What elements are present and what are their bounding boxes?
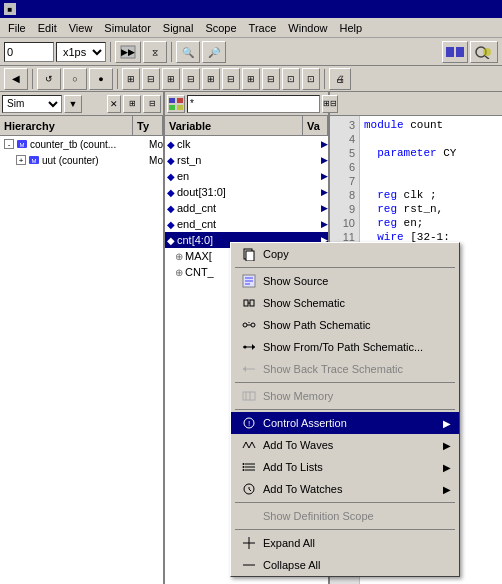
line-8: 8 (330, 188, 359, 202)
tree-item-uut[interactable]: + M uut (counter) Mo (0, 152, 163, 168)
memory-icon (239, 386, 259, 406)
hierarchy-header: Hierarchy (0, 116, 133, 135)
ctx-add-lists[interactable]: Add To Lists ▶ (231, 456, 459, 478)
menu-trace[interactable]: Trace (243, 20, 283, 36)
schematic-icon (239, 293, 259, 313)
zoom-out-btn[interactable]: 🔎 (202, 41, 226, 63)
extra-btn1[interactable] (442, 41, 468, 63)
svg-text:⧖: ⧖ (152, 48, 158, 58)
tree-area: - M counter_tb (count... Mo + M uut (cou… (0, 136, 163, 584)
tb2-btn10[interactable]: ⊞ (242, 68, 260, 90)
zoom-in-btn[interactable]: 🔍 (176, 41, 200, 63)
var-dout[interactable]: ◆ dout[31:0] ▶ (165, 184, 328, 200)
tb2-btn2[interactable]: ○ (63, 68, 87, 90)
mid-panel-search[interactable]: ⊞⊟ (322, 95, 338, 113)
line-6: 6 (330, 160, 359, 174)
var-end-label: end_cnt (177, 218, 216, 230)
tb2-btn8[interactable]: ⊞ (202, 68, 220, 90)
ctx-sep3 (235, 409, 455, 410)
svg-point-9 (483, 48, 491, 56)
var-rst-n[interactable]: ◆ rst_n ▶ (165, 152, 328, 168)
svg-marker-35 (243, 366, 246, 372)
toolbar-sep2 (171, 42, 172, 62)
menu-view[interactable]: View (63, 20, 99, 36)
collapse-icon (239, 555, 259, 575)
tb2-btn13[interactable]: ⊡ (302, 68, 320, 90)
assertion-submenu-arrow: ▶ (443, 418, 451, 429)
time-unit-select[interactable]: x1ps ns (56, 42, 106, 62)
context-menu: Copy Show Source Show Schematic Show Pat… (230, 242, 460, 577)
ctx-control-assertion[interactable]: ! Control Assertion ▶ (231, 412, 459, 434)
left-panel-close[interactable]: ✕ (107, 95, 121, 113)
menu-file[interactable]: File (2, 20, 32, 36)
assertion-icon: ! (239, 413, 259, 433)
tb2-btn6[interactable]: ⊞ (162, 68, 180, 90)
left-panel-btn2[interactable]: ⊞ (123, 95, 141, 113)
ctx-show-source[interactable]: Show Source (231, 270, 459, 292)
var-cnt-label: cnt[4:0] (177, 234, 213, 246)
toolbar2-sep2 (117, 69, 118, 89)
fromto-icon (239, 337, 259, 357)
step-btn[interactable]: ⧖ (143, 41, 167, 63)
ctx-show-path[interactable]: Show Path Schematic (231, 314, 459, 336)
menu-edit[interactable]: Edit (32, 20, 63, 36)
tb2-btn5[interactable]: ⊟ (142, 68, 160, 90)
tb2-btn7[interactable]: ⊟ (182, 68, 200, 90)
menu-window[interactable]: Window (282, 20, 333, 36)
tb2-btn11[interactable]: ⊟ (262, 68, 280, 90)
tb2-print[interactable]: 🖨 (329, 68, 351, 90)
tb2-btn9[interactable]: ⊟ (222, 68, 240, 90)
svg-rect-15 (177, 98, 183, 103)
run-btn[interactable]: ▶▶ (115, 41, 141, 63)
code-line-4 (364, 132, 498, 146)
svg-rect-16 (169, 105, 175, 110)
ctx-show-schematic[interactable]: Show Schematic (231, 292, 459, 314)
value-col-header: Va (303, 116, 328, 135)
ctx-collapse-all[interactable]: Collapse All (231, 554, 459, 576)
path-icon (239, 315, 259, 335)
tb2-btn4[interactable]: ⊞ (122, 68, 140, 90)
tb2-btn12[interactable]: ⊡ (282, 68, 300, 90)
ctx-show-definition: Show Definition Scope (231, 505, 459, 527)
main-area: Sim ▼ ✕ ⊞ ⊟ Hierarchy Ty - M counter_tb … (0, 92, 502, 584)
menu-signal[interactable]: Signal (157, 20, 200, 36)
tree-item-counter-tb[interactable]: - M counter_tb (count... Mo (0, 136, 163, 152)
toolbar2: ◀ ↺ ○ ● ⊞ ⊟ ⊞ ⊟ ⊞ ⊟ ⊞ ⊟ ⊡ ⊡ 🖨 (0, 66, 502, 92)
mid-panel-icon[interactable] (167, 95, 185, 113)
menu-simulator[interactable]: Simulator (98, 20, 156, 36)
nav-left-btn[interactable]: ◀ (4, 68, 28, 90)
ctx-add-watches[interactable]: Add To Watches ▶ (231, 478, 459, 500)
svg-rect-17 (177, 105, 183, 110)
ctx-add-waves[interactable]: Add To Waves ▶ (231, 434, 459, 456)
var-add-label: add_cnt (177, 202, 216, 214)
ctx-expand-all[interactable]: Expand All (231, 532, 459, 554)
tb2-btn1[interactable]: ↺ (37, 68, 61, 90)
menu-help[interactable]: Help (333, 20, 368, 36)
expand-icon-uut[interactable]: + (16, 155, 26, 165)
copy-label: Copy (263, 248, 289, 260)
svg-rect-25 (250, 300, 254, 306)
var-add-cnt[interactable]: ◆ add_cnt ▶ (165, 200, 328, 216)
var-en[interactable]: ◆ en ▶ (165, 168, 328, 184)
menu-scope[interactable]: Scope (199, 20, 242, 36)
svg-marker-32 (252, 344, 255, 350)
var-end-cnt[interactable]: ◆ end_cnt ▶ (165, 216, 328, 232)
tb2-btn3[interactable]: ● (89, 68, 113, 90)
time-input[interactable] (4, 42, 54, 62)
ctx-sep4 (235, 502, 455, 503)
svg-point-28 (251, 323, 255, 327)
var-max-label: MAX[ (185, 250, 212, 262)
var-search[interactable] (187, 95, 320, 113)
var-clk-label: clk (177, 138, 190, 150)
show-fromto-label: Show From/To Path Schematic... (263, 341, 423, 353)
show-memory-label: Show Memory (263, 390, 333, 402)
ctx-copy[interactable]: Copy (231, 243, 459, 265)
left-panel-btn3[interactable]: ⊟ (143, 95, 161, 113)
sim-select[interactable]: Sim (2, 95, 62, 113)
expand-icon-tb[interactable]: - (4, 139, 14, 149)
extra-btn2[interactable] (470, 41, 498, 63)
ctx-sep2 (235, 382, 455, 383)
left-panel-btn1[interactable]: ▼ (64, 95, 82, 113)
ctx-show-fromto[interactable]: Show From/To Path Schematic... (231, 336, 459, 358)
var-clk[interactable]: ◆ clk ▶ (165, 136, 328, 152)
